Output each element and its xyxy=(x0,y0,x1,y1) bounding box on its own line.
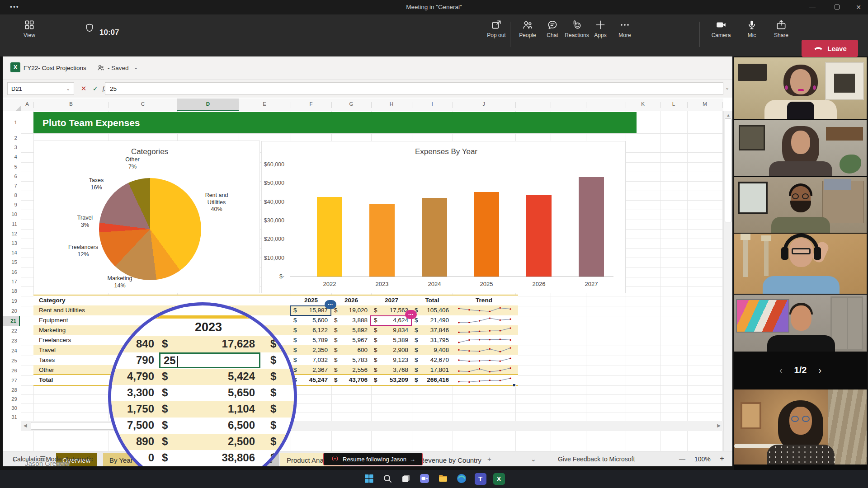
row-header-16[interactable]: 16 xyxy=(3,267,20,277)
column-header-K[interactable]: K xyxy=(641,101,645,107)
leave-button[interactable]: Leave xyxy=(802,40,858,57)
cell-value: 266,416 xyxy=(427,376,449,383)
row-header-3[interactable]: 3 xyxy=(3,143,20,152)
row-header-10[interactable]: 10 xyxy=(3,210,20,219)
fill-handle[interactable] xyxy=(513,384,516,387)
column-header-I[interactable]: I xyxy=(431,101,433,107)
table-row[interactable]: Equipment$5,600$3,888$4,624$21,490 xyxy=(33,315,518,325)
row-header-19[interactable]: 19 xyxy=(3,296,20,306)
column-header-A[interactable]: A xyxy=(25,101,29,107)
column-headers[interactable]: ABCDEFGHIJKLM xyxy=(3,99,723,111)
column-header-H[interactable]: H xyxy=(390,101,393,107)
row-header-18[interactable]: 18 xyxy=(3,286,20,296)
pie-chart-card[interactable]: CategoriesRent andUtilities40%Marketing1… xyxy=(33,141,260,293)
feedback-link[interactable]: Give Feedback to Microsoft xyxy=(558,455,635,463)
more-button[interactable]: More xyxy=(610,19,639,38)
resume-following-button[interactable]: Resume following Jason → xyxy=(323,453,423,465)
row-header-1[interactable]: 1 xyxy=(3,112,20,133)
participant-tile-5[interactable] xyxy=(734,294,867,352)
formula-input[interactable]: 25 xyxy=(105,82,723,95)
view-button[interactable]: View xyxy=(15,19,44,38)
following-user-label: Jason Gregory xyxy=(25,460,69,466)
row-header-28[interactable]: 28 xyxy=(3,385,20,394)
row-header-23[interactable]: 23 xyxy=(3,336,20,346)
row-header-26[interactable]: 26 xyxy=(3,366,20,375)
table-row[interactable]: Marketing$6,122$5,892$9,834$37,846 xyxy=(33,325,518,335)
save-status-chevron-icon[interactable]: ⌄ xyxy=(134,65,138,70)
row-header-20[interactable]: 20 xyxy=(3,306,20,316)
bar-chart-card[interactable]: Expenses By Year$60,000$50,000$40,000$30… xyxy=(261,141,626,293)
taskbar-teams-icon[interactable]: T xyxy=(475,473,486,485)
participant-tile-3[interactable] xyxy=(734,176,867,233)
column-header-F[interactable]: F xyxy=(309,101,312,107)
pop-out-button[interactable]: Pop out xyxy=(482,19,511,38)
taskbar-task-view-icon[interactable] xyxy=(401,473,412,485)
row-header-6[interactable]: 6 xyxy=(3,172,20,181)
table-row[interactable]: Rent and Utilities$15,987$19,020$17,563$… xyxy=(33,305,518,315)
pager-next-icon[interactable]: › xyxy=(818,365,821,375)
participant-tile-2[interactable] xyxy=(734,119,867,176)
participant-tile-1[interactable] xyxy=(734,56,867,119)
taskbar-start-icon[interactable] xyxy=(363,473,375,485)
row-header-8[interactable]: 8 xyxy=(3,191,20,200)
close-button[interactable]: ✕ xyxy=(852,3,865,12)
taskbar-file-explorer-icon[interactable] xyxy=(438,473,449,485)
table-header-row[interactable]: Category202520262027TotalTrend xyxy=(33,296,518,305)
document-title: FY22- Cost Projections xyxy=(24,65,86,71)
mic-button[interactable]: Mic xyxy=(737,19,766,38)
row-header-27[interactable]: 27 xyxy=(3,375,20,385)
cell-value: 2,908 xyxy=(393,347,408,353)
row-header-11[interactable]: 11 xyxy=(3,220,20,229)
row-header-14[interactable]: 14 xyxy=(3,248,20,258)
taskbar-edge-icon[interactable] xyxy=(456,473,468,485)
column-header-E[interactable]: E xyxy=(263,101,266,107)
vertical-scrollbar[interactable]: ▲ xyxy=(723,111,732,466)
status-chevron-icon[interactable]: ⌄ xyxy=(531,455,536,463)
confirm-icon[interactable]: ✓ xyxy=(90,82,101,95)
zoom-out-button[interactable]: — xyxy=(679,455,685,463)
row-header-17[interactable]: 17 xyxy=(3,277,20,286)
taskbar-search-icon[interactable] xyxy=(382,473,394,485)
active-edit-cell[interactable]: 25 xyxy=(159,352,260,368)
minimize-button[interactable]: — xyxy=(806,3,819,12)
pager-prev-icon[interactable]: ‹ xyxy=(779,365,783,375)
row-header-9[interactable]: 9 xyxy=(3,200,20,210)
camera-button[interactable]: Camera xyxy=(707,19,736,38)
row-header-5[interactable]: 5 xyxy=(3,162,20,172)
row-header-7[interactable]: 7 xyxy=(3,181,20,191)
row-header-30[interactable]: 30 xyxy=(3,404,20,413)
cancel-icon[interactable]: ✕ xyxy=(78,82,90,95)
taskbar-chat-icon[interactable] xyxy=(419,473,431,485)
select-all-corner[interactable] xyxy=(15,105,21,111)
row-header-29[interactable]: 29 xyxy=(3,394,20,404)
column-header-B[interactable]: B xyxy=(69,101,73,107)
taskbar-excel-icon[interactable]: X xyxy=(493,473,505,485)
column-header-G[interactable]: G xyxy=(349,101,354,107)
row-header-15[interactable]: 15 xyxy=(3,258,20,267)
column-header-L[interactable]: L xyxy=(672,101,675,107)
bar-2025 xyxy=(474,192,499,277)
restore-button[interactable] xyxy=(830,3,844,12)
column-header-D[interactable]: D xyxy=(206,101,210,107)
column-header-C[interactable]: C xyxy=(141,101,145,107)
row-header-2[interactable]: 2 xyxy=(3,133,20,143)
column-separator xyxy=(412,102,412,108)
share-button[interactable]: Share xyxy=(767,19,796,38)
name-box[interactable]: D21⌄ xyxy=(7,82,74,95)
column-header-J[interactable]: J xyxy=(482,101,485,107)
participant-tile-4[interactable] xyxy=(734,233,867,294)
row-header-13[interactable]: 13 xyxy=(3,239,20,248)
column-header-M[interactable]: M xyxy=(703,101,707,107)
row-header-12[interactable]: 12 xyxy=(3,229,20,239)
zoom-level: 100% xyxy=(694,455,711,463)
row-header-4[interactable]: 4 xyxy=(3,152,20,162)
row-header-24[interactable]: 24 xyxy=(3,346,20,356)
row-header-25[interactable]: 25 xyxy=(3,356,20,366)
row-header-22[interactable]: 22 xyxy=(3,326,20,336)
row-header-21[interactable]: 21 xyxy=(3,316,20,326)
formula-bar-chevron-icon[interactable]: ⌄ xyxy=(725,85,729,91)
participant-tile-6[interactable] xyxy=(734,389,867,465)
loupe-currency: $ xyxy=(270,354,276,366)
row-header-31[interactable]: 31 xyxy=(3,413,20,422)
zoom-in-button[interactable]: + xyxy=(720,454,724,463)
